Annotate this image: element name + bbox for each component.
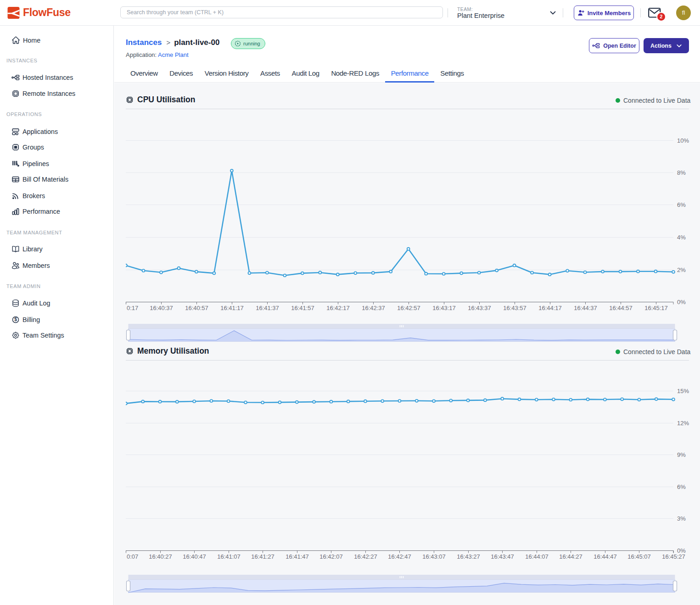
svg-text:16:44:27: 16:44:27 xyxy=(559,553,582,560)
svg-text:10%: 10% xyxy=(677,137,689,144)
svg-text:2%: 2% xyxy=(677,266,686,273)
svg-text:16:42:27: 16:42:27 xyxy=(354,553,377,560)
svg-text:16:43:47: 16:43:47 xyxy=(491,553,514,560)
svg-text:16:42:17: 16:42:17 xyxy=(326,305,350,311)
svg-text:16:40:47: 16:40:47 xyxy=(183,553,206,560)
svg-text:0:17: 0:17 xyxy=(127,305,138,311)
svg-text:16:43:17: 16:43:17 xyxy=(432,305,456,311)
svg-text:16:43:27: 16:43:27 xyxy=(457,553,480,560)
svg-text:3%: 3% xyxy=(677,515,686,522)
svg-text:16:40:57: 16:40:57 xyxy=(185,305,208,311)
svg-text:16:41:37: 16:41:37 xyxy=(256,305,279,311)
svg-text:16:42:57: 16:42:57 xyxy=(397,305,420,311)
svg-text:16:44:57: 16:44:57 xyxy=(609,305,633,311)
svg-text:16:44:37: 16:44:37 xyxy=(574,305,597,311)
svg-text:16:43:37: 16:43:37 xyxy=(468,305,491,311)
svg-text:16:41:27: 16:41:27 xyxy=(251,553,274,560)
svg-text:9%: 9% xyxy=(677,451,686,458)
svg-text:16:43:57: 16:43:57 xyxy=(503,305,526,311)
svg-text:15%: 15% xyxy=(677,388,689,394)
svg-text:16:40:27: 16:40:27 xyxy=(149,553,172,560)
svg-text:8%: 8% xyxy=(677,169,686,176)
svg-text:16:45:27: 16:45:27 xyxy=(662,553,685,560)
svg-text:12%: 12% xyxy=(677,420,689,427)
svg-text:0:07: 0:07 xyxy=(127,553,138,560)
svg-text:4%: 4% xyxy=(677,234,686,241)
svg-text:6%: 6% xyxy=(677,483,686,490)
svg-text:16:42:47: 16:42:47 xyxy=(388,553,411,560)
svg-text:16:42:07: 16:42:07 xyxy=(319,553,343,560)
svg-text:16:43:07: 16:43:07 xyxy=(422,553,446,560)
svg-text:16:45:17: 16:45:17 xyxy=(644,305,668,311)
svg-text:0%: 0% xyxy=(677,299,686,305)
svg-text:6%: 6% xyxy=(677,201,686,208)
svg-text:16:40:37: 16:40:37 xyxy=(150,305,173,311)
svg-text:16:41:47: 16:41:47 xyxy=(286,553,309,560)
svg-text:16:41:07: 16:41:07 xyxy=(217,553,241,560)
svg-text:16:41:17: 16:41:17 xyxy=(220,305,244,311)
svg-text:16:41:57: 16:41:57 xyxy=(291,305,314,311)
svg-text:16:44:07: 16:44:07 xyxy=(525,553,549,560)
svg-text:16:44:47: 16:44:47 xyxy=(594,553,617,560)
svg-text:16:42:37: 16:42:37 xyxy=(362,305,385,311)
svg-text:16:45:07: 16:45:07 xyxy=(627,553,651,560)
svg-text:16:44:17: 16:44:17 xyxy=(538,305,562,311)
